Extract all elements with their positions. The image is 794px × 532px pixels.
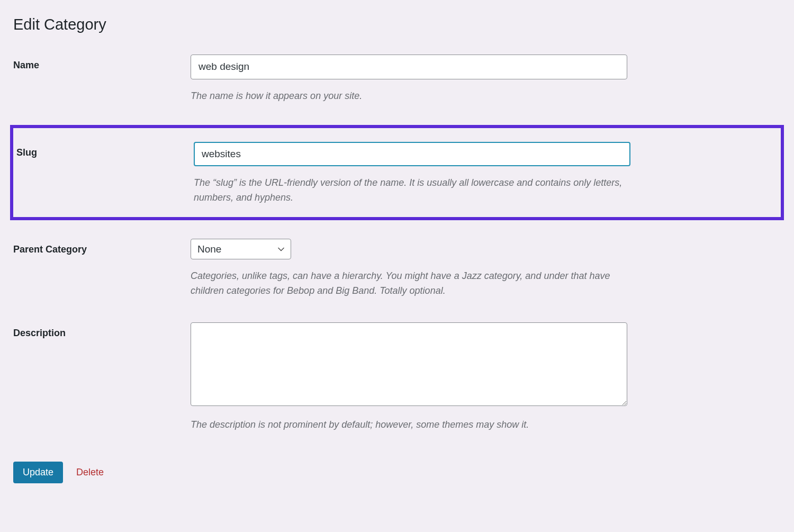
- name-field-wrap: The name is how it appears on your site.: [191, 55, 627, 104]
- slug-field-wrap: The “slug” is the URL-friendly version o…: [194, 142, 630, 205]
- name-help: The name is how it appears on your site.: [191, 89, 627, 104]
- description-textarea[interactable]: [191, 322, 627, 406]
- form-row-name: Name The name is how it appears on your …: [13, 55, 781, 104]
- form-row-slug: Slug The “slug” is the URL-friendly vers…: [16, 142, 778, 205]
- name-label: Name: [13, 55, 191, 71]
- page-title: Edit Category: [13, 16, 781, 33]
- form-row-description: Description The description is not promi…: [13, 322, 781, 432]
- form-row-parent: Parent Category None Categories, unlike …: [13, 239, 781, 299]
- slug-help: The “slug” is the URL-friendly version o…: [194, 176, 630, 205]
- delete-link[interactable]: Delete: [76, 467, 104, 478]
- parent-select[interactable]: None: [191, 239, 291, 259]
- description-label: Description: [13, 322, 191, 339]
- name-input[interactable]: [191, 55, 627, 79]
- parent-help: Categories, unlike tags, can have a hier…: [191, 269, 627, 299]
- form-actions: Update Delete: [13, 462, 781, 483]
- description-field-wrap: The description is not prominent by defa…: [191, 322, 627, 432]
- update-button[interactable]: Update: [13, 462, 63, 483]
- slug-input[interactable]: [194, 142, 630, 167]
- slug-highlight: Slug The “slug” is the URL-friendly vers…: [10, 125, 784, 220]
- parent-field-wrap: None Categories, unlike tags, can have a…: [191, 239, 627, 299]
- description-help: The description is not prominent by defa…: [191, 418, 627, 432]
- slug-label: Slug: [16, 142, 194, 158]
- parent-label: Parent Category: [13, 239, 191, 255]
